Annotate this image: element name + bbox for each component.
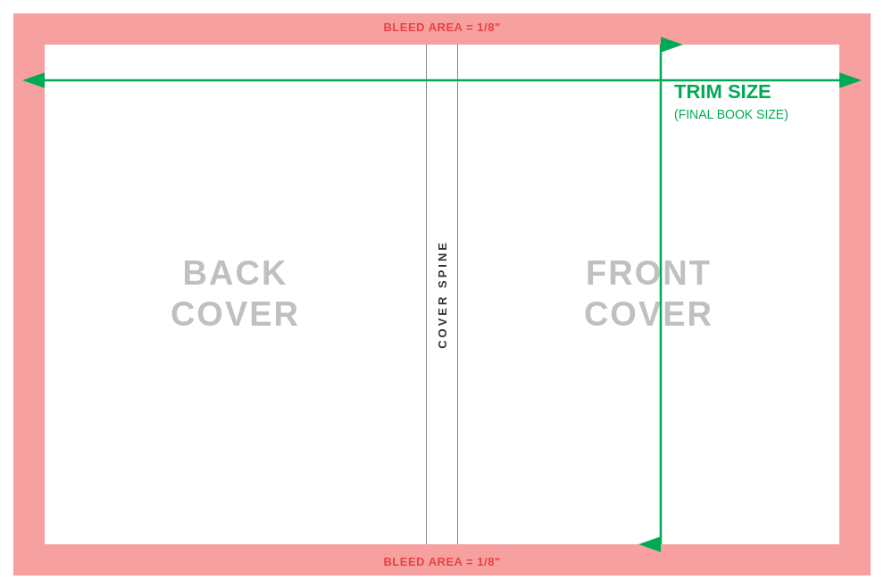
outer-container: BLEED AREA = 1/8" BLEED AREA = 1/8" BLEE…: [13, 13, 871, 576]
back-cover-label: BACK COVER: [171, 253, 300, 335]
back-cover-section: BACK COVER: [45, 45, 426, 544]
spine-section: COVER SPINE: [426, 45, 458, 544]
front-cover-label: FRONT COVER: [584, 253, 713, 335]
bleed-bottom-label: BLEED AREA = 1/8": [383, 555, 500, 568]
spine-label: COVER SPINE: [436, 240, 449, 349]
bleed-top-label: BLEED AREA = 1/8": [383, 21, 500, 34]
front-cover-section: FRONT COVER: [458, 45, 839, 544]
inner-content: BACK COVER COVER SPINE FRONT COVER: [45, 45, 839, 544]
